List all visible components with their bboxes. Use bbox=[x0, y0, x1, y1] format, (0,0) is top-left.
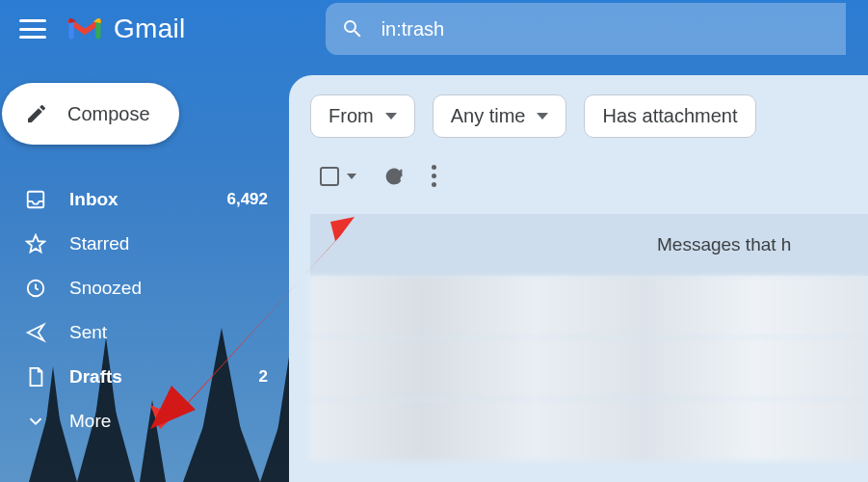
refresh-button[interactable] bbox=[383, 166, 405, 187]
chevron-down-icon bbox=[25, 411, 46, 432]
gmail-logo[interactable]: Gmail bbox=[67, 13, 186, 44]
pencil-icon bbox=[25, 102, 48, 125]
svg-rect-10 bbox=[69, 20, 74, 40]
app-title: Gmail bbox=[114, 13, 186, 44]
search-input[interactable]: in:trash bbox=[326, 3, 846, 55]
message-row[interactable] bbox=[310, 337, 868, 399]
clock-icon bbox=[25, 278, 46, 299]
mail-panel: From Any time Has attachment Messages th… bbox=[289, 75, 868, 482]
message-list bbox=[310, 276, 868, 461]
svg-marker-13 bbox=[27, 235, 44, 252]
sidebar-item-inbox[interactable]: Inbox 6,492 bbox=[0, 177, 289, 222]
app-header: Gmail in:trash bbox=[0, 0, 868, 58]
sidebar-item-snoozed[interactable]: Snoozed bbox=[0, 266, 289, 310]
compose-label: Compose bbox=[67, 103, 150, 125]
select-all-checkbox[interactable] bbox=[320, 167, 356, 186]
trash-info-banner: Messages that h bbox=[310, 214, 868, 276]
send-icon bbox=[25, 322, 46, 343]
search-icon bbox=[341, 17, 364, 40]
inbox-icon bbox=[25, 189, 46, 210]
filter-chip-has-attachment[interactable]: Has attachment bbox=[584, 94, 755, 138]
sidebar-item-more[interactable]: More bbox=[0, 399, 289, 443]
star-icon bbox=[25, 233, 46, 254]
folder-nav: Inbox 6,492 Starred Snoozed Sent Drafts … bbox=[0, 177, 289, 443]
sidebar-item-drafts[interactable]: Drafts 2 bbox=[0, 355, 289, 399]
message-row[interactable] bbox=[310, 276, 868, 337]
main-menu-button[interactable] bbox=[19, 19, 46, 39]
filter-chips: From Any time Has attachment bbox=[310, 94, 868, 138]
svg-rect-11 bbox=[95, 20, 100, 40]
gmail-logo-icon bbox=[67, 15, 102, 42]
more-actions-button[interactable] bbox=[432, 165, 436, 187]
chevron-down-icon bbox=[537, 113, 548, 120]
chevron-down-icon bbox=[347, 174, 356, 179]
filter-chip-anytime[interactable]: Any time bbox=[433, 94, 567, 138]
sidebar-item-sent[interactable]: Sent bbox=[0, 310, 289, 355]
mail-toolbar bbox=[310, 165, 868, 187]
compose-button[interactable]: Compose bbox=[2, 83, 179, 145]
checkbox-icon bbox=[320, 167, 339, 186]
chevron-down-icon bbox=[385, 113, 397, 120]
search-value: in:trash bbox=[381, 18, 445, 40]
message-row[interactable] bbox=[310, 399, 868, 461]
filter-chip-from[interactable]: From bbox=[310, 94, 415, 138]
svg-rect-12 bbox=[28, 192, 44, 208]
sidebar: Compose Inbox 6,492 Starred Snoozed Sent bbox=[0, 58, 289, 482]
sidebar-item-starred[interactable]: Starred bbox=[0, 222, 289, 266]
file-icon bbox=[25, 366, 46, 388]
